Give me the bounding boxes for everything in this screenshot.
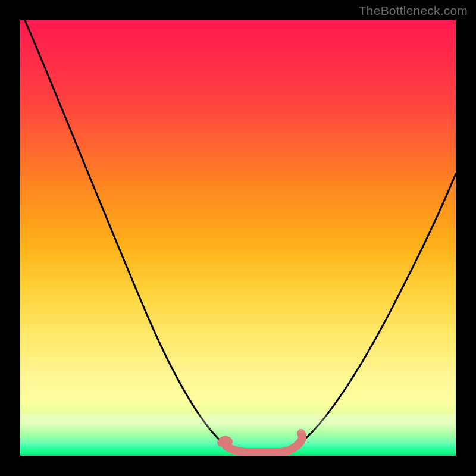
optimal-zone-marker (221, 433, 302, 452)
chart-plot-area (20, 20, 456, 456)
watermark-text: TheBottleneck.com (359, 4, 468, 18)
chart-frame: TheBottleneck.com (0, 0, 476, 476)
bottleneck-curve (24, 20, 456, 452)
optimal-zone-dot (221, 437, 228, 444)
chart-svg (20, 20, 456, 456)
